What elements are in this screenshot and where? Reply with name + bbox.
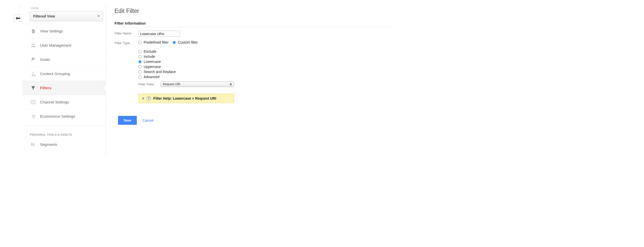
svg-point-3 [33, 117, 33, 118]
radio-subtype-advanced[interactable]: Advanced [138, 75, 234, 79]
users-icon [30, 43, 36, 48]
main-content: Edit Filter Filter Information Filter Na… [106, 5, 644, 157]
filter-name-row: Filter Name [115, 31, 393, 37]
filter-help-text: Filter Help: Lowercase > Request URI [153, 96, 216, 100]
radio-subtype-label: Advanced [144, 75, 159, 79]
page-title: Edit Filter [115, 8, 634, 14]
sidebar-item-label: Filters [40, 86, 51, 90]
radio-subtype-label: Search and Replace [144, 70, 176, 74]
radio-subtype-exclude[interactable]: Exclude [138, 49, 234, 54]
funnel-icon [30, 85, 36, 91]
radio-custom-input[interactable] [173, 41, 176, 44]
radio-predefined-input[interactable] [138, 41, 142, 44]
sidebar-item-goals[interactable]: Goals [22, 52, 106, 66]
sidebar-item-label: User Management [40, 43, 71, 47]
sidebar-nav: View Settings User Management Goals Cont… [22, 24, 106, 151]
filter-name-input[interactable] [138, 31, 180, 37]
sidebar-item-segments[interactable]: Segments [22, 137, 106, 151]
sidebar-item-filters[interactable]: Filters [22, 81, 106, 95]
view-selector[interactable]: Filtered View [30, 11, 103, 21]
svg-point-0 [32, 44, 33, 45]
filter-type-row: Filter Type Predefined filter Custom fil… [115, 40, 393, 103]
radio-custom[interactable]: Custom filter [173, 40, 198, 44]
sidebar-item-label: Channel Settings [40, 100, 69, 104]
segments-icon [30, 142, 36, 147]
view-selector-label: Filtered View [33, 14, 55, 18]
section-title: Filter Information [115, 21, 393, 27]
radio-subtype-input[interactable] [138, 50, 142, 53]
cancel-link[interactable]: Cancel [142, 118, 154, 122]
sidebar-item-label: Segments [40, 142, 57, 147]
radio-subtype-input[interactable] [138, 65, 142, 68]
sidebar-item-label: Goals [40, 57, 50, 62]
chevron-down-icon [97, 15, 100, 17]
sidebar-item-label: Content Grouping [40, 72, 70, 76]
svg-point-1 [33, 44, 35, 45]
save-button[interactable]: Save [118, 116, 137, 125]
radio-subtype-uppercase[interactable]: Uppercase [138, 65, 234, 69]
filter-name-label: Filter Name [115, 31, 138, 35]
view-heading: VIEW [22, 5, 106, 11]
filter-field-select[interactable]: Request URI [161, 81, 234, 87]
filter-field-row: Filter Field Request URI [138, 81, 234, 87]
radio-subtype-lowercase[interactable]: Lowercase [138, 60, 234, 64]
channels-icon [30, 99, 36, 105]
sidebar-item-ecommerce-settings[interactable]: Ecommerce Settings [22, 109, 106, 123]
grouping-icon [30, 71, 36, 77]
filter-field-label: Filter Field [138, 82, 157, 86]
svg-rect-5 [31, 143, 32, 146]
radio-predefined-label: Predefined filter [144, 40, 168, 44]
radio-subtype-input[interactable] [138, 75, 142, 79]
radio-predefined[interactable]: Predefined filter [138, 40, 168, 44]
radio-subtype-include[interactable]: Include [138, 55, 234, 59]
radio-subtype-input[interactable] [138, 55, 142, 58]
sidebar-item-user-management[interactable]: User Management [22, 38, 106, 52]
radio-subtype-search-and-replace[interactable]: Search and Replace [138, 70, 234, 74]
file-icon [30, 28, 36, 34]
sidebar: VIEW Filtered View View Settings User Ma… [22, 5, 106, 157]
subtype-group: ExcludeIncludeLowercaseUppercaseSearch a… [138, 49, 234, 79]
back-button[interactable] [14, 15, 22, 22]
filter-field-value: Request URI [163, 82, 180, 86]
radio-subtype-label: Include [144, 55, 155, 59]
back-arrow-icon [16, 16, 20, 20]
flag-icon [30, 57, 36, 62]
sidebar-item-content-grouping[interactable]: Content Grouping [22, 66, 106, 81]
radio-subtype-label: Lowercase [144, 60, 161, 64]
radio-subtype-input[interactable] [138, 70, 142, 74]
sidebar-item-label: View Settings [40, 29, 63, 33]
radio-subtype-input[interactable] [138, 60, 142, 63]
svg-rect-6 [33, 143, 33, 146]
svg-rect-7 [34, 144, 35, 146]
radio-subtype-label: Exclude [144, 49, 156, 54]
filter-type-label: Filter Type [115, 40, 138, 45]
sidebar-item-channel-settings[interactable]: Channel Settings [22, 95, 106, 109]
radio-subtype-label: Uppercase [144, 65, 161, 69]
radio-custom-label: Custom filter [178, 40, 198, 44]
cart-icon [30, 114, 36, 119]
disclosure-right-icon [143, 97, 144, 100]
help-icon: ? [147, 96, 151, 100]
decorative-connector [19, 5, 19, 15]
filter-help-box[interactable]: ? Filter Help: Lowercase > Request URI [138, 94, 234, 103]
svg-point-4 [34, 117, 35, 118]
select-caret-icon [230, 83, 232, 85]
sidebar-section-header: PERSONAL TOOLS & ASSETS [22, 126, 106, 137]
sidebar-item-view-settings[interactable]: View Settings [22, 24, 106, 38]
form-actions: Save Cancel [118, 116, 634, 125]
sidebar-item-label: Ecommerce Settings [40, 114, 75, 118]
